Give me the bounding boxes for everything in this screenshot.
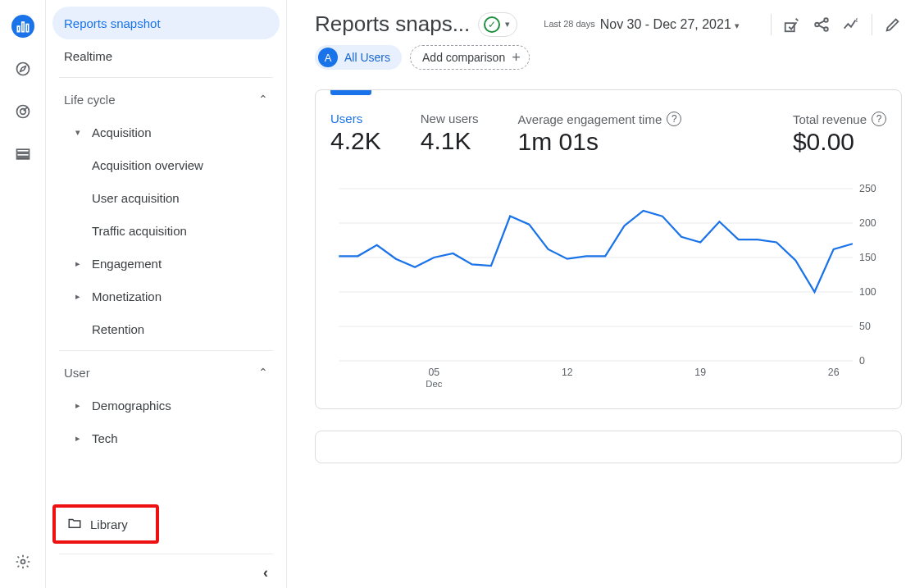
sidebar-item-tech[interactable]: ▸ Tech — [52, 422, 280, 454]
svg-point-9 — [20, 560, 25, 564]
sidebar-section-label: Life cycle — [64, 93, 116, 107]
svg-text:26: 26 — [828, 367, 840, 378]
sidebar-item-acquisition-overview[interactable]: Acquisition overview — [52, 148, 280, 181]
library-button[interactable]: Library — [56, 508, 156, 540]
line-chart: 05010015020025005121926Dec — [330, 180, 886, 394]
metrics-row: Users 4.2K New users 4.1K Average engage… — [330, 90, 886, 172]
edit-button[interactable] — [884, 16, 902, 34]
svg-rect-8 — [16, 157, 29, 159]
collapse-sidebar-button[interactable]: ‹ — [263, 564, 268, 581]
sidebar: Reports snapshot Realtime Life cycle ⌃ ▾… — [46, 0, 287, 588]
caret-right-icon: ▸ — [75, 258, 87, 269]
svg-rect-1 — [21, 22, 24, 32]
icon-rail — [0, 0, 46, 588]
caret-right-icon: ▸ — [75, 291, 87, 302]
svg-rect-2 — [26, 25, 28, 32]
sidebar-item-realtime[interactable]: Realtime — [52, 39, 280, 72]
chevron-up-icon: ⌃ — [258, 366, 268, 379]
svg-text:50: 50 — [859, 321, 871, 332]
caret-down-icon: ▾ — [75, 127, 87, 138]
sidebar-item-demographics[interactable]: ▸ Demographics — [52, 389, 280, 422]
svg-text:05: 05 — [428, 367, 439, 378]
segment-chip-all-users[interactable]: A All Users — [315, 45, 402, 70]
sidebar-item-reports-snapshot[interactable]: Reports snapshot — [52, 7, 280, 39]
check-circle-icon: ✓ — [484, 16, 500, 33]
rail-reports-icon[interactable] — [11, 15, 34, 38]
sidebar-item-traffic-acquisition[interactable]: Traffic acquisition — [52, 214, 280, 247]
svg-point-4 — [16, 106, 29, 118]
date-range-picker[interactable]: Last 28 days Nov 30 - Dec 27, 2021 ▾ — [544, 17, 740, 32]
help-icon[interactable]: ? — [667, 112, 681, 126]
topbar: Reports snaps... ✓ ▾ Last 28 days Nov 30… — [287, 11, 915, 45]
svg-rect-6 — [16, 149, 29, 152]
chevron-down-icon: ▾ — [505, 19, 510, 30]
toolbar-actions — [762, 14, 902, 35]
customize-button[interactable] — [783, 16, 801, 34]
sidebar-section-life-cycle[interactable]: Life cycle ⌃ — [52, 83, 280, 116]
metric-users[interactable]: Users 4.2K — [330, 112, 381, 156]
add-comparison-button[interactable]: Add comparison + — [410, 45, 530, 70]
filters-row: A All Users Add comparison + — [287, 45, 915, 89]
metrics-card: Users 4.2K New users 4.1K Average engage… — [315, 89, 902, 409]
caret-right-icon: ▸ — [75, 433, 87, 444]
segment-label: All Users — [344, 51, 390, 64]
sidebar-item-monetization[interactable]: ▸ Monetization — [52, 280, 280, 312]
svg-text:100: 100 — [859, 286, 876, 298]
metric-avg-engagement[interactable]: Average engagement time ? 1m 01s — [518, 112, 682, 156]
sidebar-item-retention[interactable]: Retention — [52, 312, 280, 345]
rail-explore-icon[interactable] — [11, 57, 34, 80]
svg-text:150: 150 — [859, 252, 876, 263]
metric-total-revenue[interactable]: Total revenue ? $0.00 — [793, 112, 886, 156]
status-dropdown[interactable]: ✓ ▾ — [478, 12, 517, 37]
active-metric-indicator — [330, 90, 371, 95]
svg-text:Dec: Dec — [426, 379, 443, 389]
svg-text:12: 12 — [562, 367, 573, 378]
svg-rect-7 — [16, 153, 29, 156]
svg-rect-0 — [17, 26, 20, 32]
svg-text:0: 0 — [859, 355, 865, 367]
insights-button[interactable] — [842, 16, 860, 34]
sidebar-item-acquisition[interactable]: ▾ Acquisition — [52, 116, 280, 148]
plus-icon: + — [512, 50, 521, 65]
rail-configure-icon[interactable] — [11, 143, 34, 166]
help-icon[interactable]: ? — [872, 112, 886, 126]
main-content: Reports snaps... ✓ ▾ Last 28 days Nov 30… — [287, 0, 915, 588]
svg-text:200: 200 — [859, 217, 876, 229]
sidebar-section-user[interactable]: User ⌃ — [52, 356, 280, 389]
page-title: Reports snaps... — [315, 11, 470, 37]
sidebar-item-user-acquisition[interactable]: User acquisition — [52, 181, 280, 214]
svg-text:19: 19 — [694, 367, 706, 378]
next-card-placeholder — [315, 431, 902, 463]
segment-avatar: A — [318, 48, 338, 67]
rail-advertising-icon[interactable] — [11, 100, 34, 123]
sidebar-item-engagement[interactable]: ▸ Engagement — [52, 247, 280, 280]
svg-point-3 — [16, 63, 29, 75]
rail-settings-icon[interactable] — [11, 550, 34, 573]
share-button[interactable] — [813, 16, 831, 34]
sidebar-section-label: User — [64, 366, 90, 380]
svg-text:250: 250 — [859, 183, 876, 194]
folder-icon — [67, 516, 82, 533]
chevron-down-icon: ▾ — [735, 21, 740, 30]
date-range-label: Last 28 days — [544, 19, 594, 29]
metric-new-users[interactable]: New users 4.1K — [421, 112, 479, 156]
caret-right-icon: ▸ — [75, 400, 87, 411]
chevron-up-icon: ⌃ — [258, 93, 268, 106]
